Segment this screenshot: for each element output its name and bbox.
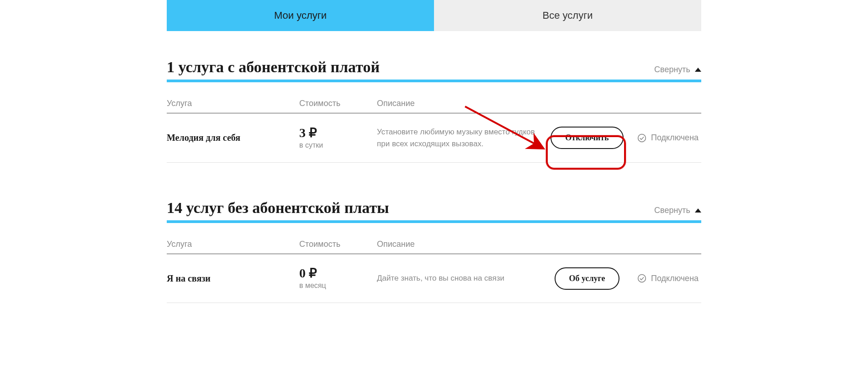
chevron-up-icon — [695, 208, 701, 213]
service-status: Подключена — [651, 274, 699, 283]
service-description: Дайте знать, что вы снова на связи — [377, 272, 546, 284]
section-title: 1 услуга с абонентской платой — [167, 59, 380, 76]
table-header: Услуга Стоимость Описание — [167, 82, 701, 113]
tab-my-services[interactable]: Мои услуги — [167, 0, 434, 31]
svg-point-1 — [638, 275, 646, 282]
tab-all-services[interactable]: Все услуги — [434, 0, 701, 31]
section-free-services: 14 услуг без абонентской платы Свернуть … — [167, 199, 701, 303]
section-paid-services: 1 услуга с абонентской платой Свернуть У… — [167, 59, 701, 163]
chevron-up-icon — [695, 68, 701, 72]
about-service-button[interactable]: Об услуге — [555, 267, 620, 290]
column-header-cost: Стоимость — [299, 239, 377, 249]
collapse-toggle[interactable]: Свернуть — [654, 65, 701, 74]
column-header-service: Услуга — [167, 99, 299, 108]
table-row: Я на связи 0 ₽ в месяц Дайте знать, что … — [167, 254, 701, 303]
service-description: Установите любимую музыку вместо гудков … — [377, 126, 546, 149]
column-header-service: Услуга — [167, 239, 299, 249]
tab-label: Мои услуги — [274, 10, 327, 21]
column-header-cost: Стоимость — [299, 99, 377, 108]
collapse-toggle[interactable]: Свернуть — [654, 206, 701, 215]
tabs: Мои услуги Все услуги — [167, 0, 701, 31]
service-price-period: в сутки — [299, 141, 377, 149]
column-header-description: Описание — [377, 99, 546, 108]
service-status: Подключена — [651, 133, 699, 143]
column-header-description: Описание — [377, 239, 546, 249]
collapse-label: Свернуть — [654, 65, 690, 74]
service-price: 0 ₽ — [299, 267, 377, 280]
service-name: Мелодия для себя — [167, 133, 240, 143]
collapse-label: Свернуть — [654, 206, 690, 215]
service-name: Я на связи — [167, 273, 211, 283]
section-header: 14 услуг без абонентской платы Свернуть — [167, 199, 701, 223]
check-circle-icon — [637, 274, 646, 283]
check-circle-icon — [637, 133, 646, 143]
service-price-period: в месяц — [299, 282, 377, 290]
service-price: 3 ₽ — [299, 127, 377, 139]
table-row: Мелодия для себя 3 ₽ в сутки Установите … — [167, 113, 701, 163]
section-header: 1 услуга с абонентской платой Свернуть — [167, 59, 701, 82]
table-header: Услуга Стоимость Описание — [167, 223, 701, 254]
disable-button[interactable]: Отключить — [550, 127, 623, 149]
section-title: 14 услуг без абонентской платы — [167, 199, 389, 217]
tab-label: Все услуги — [543, 10, 593, 21]
svg-point-0 — [638, 134, 646, 142]
